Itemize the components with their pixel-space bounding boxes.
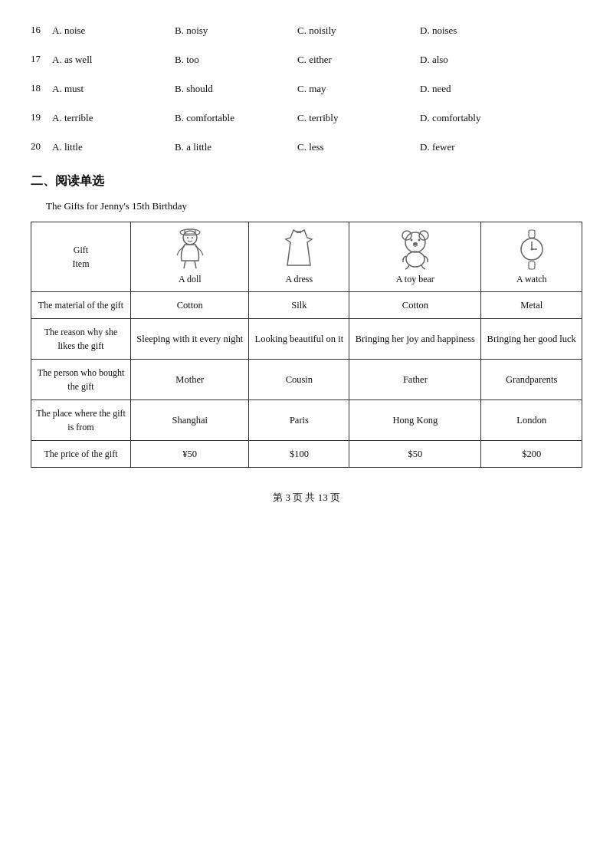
option[interactable]: C. noisily [297,23,420,38]
table-cell: $200 [481,441,582,468]
table-cell: Metal [481,292,582,319]
table-cell: Sleeping with it every night [131,319,249,360]
options-list: A. as wellB. tooC. eitherD. also [52,52,543,67]
svg-point-9 [418,239,420,242]
options-list: A. noiseB. noisyC. noisilyD. noises [52,23,543,38]
question-18: 18A. mustB. shouldC. mayD. need [31,81,582,97]
options-list: A. terribleB. comfortableC. terriblyD. c… [52,110,543,126]
question-17: 17A. as wellB. tooC. eitherD. also [31,52,582,67]
page-footer: 第 3 页 共 13 页 [31,491,582,505]
question-19: 19A. terribleB. comfortableC. terriblyD.… [31,110,582,126]
svg-point-4 [192,237,193,238]
gift-table: GiftItem [31,222,582,468]
table-row: The reason why she likes the giftSleepin… [31,319,582,360]
option[interactable]: D. fewer [420,140,543,155]
options-list: A. littleB. a littleC. lessD. fewer [52,140,543,155]
option[interactable]: B. noisy [175,23,297,38]
question-number: 20 [31,140,52,153]
table-header-label: GiftItem [31,222,131,292]
table-cell: $50 [349,441,481,468]
svg-rect-14 [529,261,535,269]
row-label: The place where the gift is from [31,400,131,441]
table-header-bear: A toy bear [349,222,481,292]
bear-label: A toy bear [396,274,434,285]
question-number: 19 [31,110,52,123]
svg-point-5 [402,231,411,240]
svg-point-1 [180,229,200,235]
question-16: 16A. noiseB. noisyC. noisilyD. noises [31,23,582,38]
question-20: 20A. littleB. a littleC. lessD. fewer [31,140,582,155]
dress-label: A dress [286,274,313,285]
option[interactable]: B. comfortable [175,110,297,126]
option[interactable]: C. either [297,52,420,67]
table-cell: Silk [249,292,349,319]
section-title: 二、阅读单选 [31,173,582,189]
table-cell: Cotton [349,292,481,319]
option[interactable]: A. noise [52,23,175,38]
svg-rect-12 [529,230,535,238]
option[interactable]: D. also [420,52,543,67]
svg-point-10 [413,242,418,245]
svg-point-17 [530,248,533,251]
row-label: The person who bought the gift [31,360,131,400]
table-row: The price of the gift¥50$100$50$200 [31,441,582,468]
option[interactable]: C. may [297,81,420,97]
table-row: The material of the giftCottonSilkCotton… [31,292,582,319]
question-number: 18 [31,81,52,94]
table-cell: Paris [249,400,349,441]
svg-point-3 [187,237,188,238]
svg-point-11 [406,252,425,267]
option[interactable]: D. comfortably [420,110,543,126]
row-label: The material of the gift [31,292,131,319]
table-cell: Bringing her good luck [481,319,582,360]
row-label: The reason why she likes the gift [31,319,131,360]
row-label: The price of the gift [31,441,131,468]
table-cell: ¥50 [131,441,249,468]
option[interactable]: A. terrible [52,110,175,126]
option[interactable]: A. as well [52,52,175,67]
table-row: The person who bought the giftMotherCous… [31,360,582,400]
option[interactable]: C. terribly [297,110,420,126]
table-cell: Grandparents [481,360,582,400]
question-number: 17 [31,52,52,65]
table-cell: Father [349,360,481,400]
doll-label: A doll [179,274,202,285]
option[interactable]: B. too [175,52,297,67]
option[interactable]: B. a little [175,140,297,155]
question-number: 16 [31,23,52,36]
table-cell: London [481,400,582,441]
table-cell: $100 [249,441,349,468]
option[interactable]: C. less [297,140,420,155]
svg-point-6 [419,231,428,240]
watch-label: A watch [516,274,547,285]
option[interactable]: A. little [52,140,175,155]
table-cell: Cotton [131,292,249,319]
option[interactable]: B. should [175,81,297,97]
table-cell: Cousin [249,360,349,400]
table-cell: Hong Kong [349,400,481,441]
table-header-dress: A dress [249,222,349,292]
table-row: The place where the gift is fromShanghai… [31,400,582,441]
table-cell: Mother [131,360,249,400]
table-cell: Looking beautiful on it [249,319,349,360]
table-cell: Shanghai [131,400,249,441]
options-list: A. mustB. shouldC. mayD. need [52,81,543,97]
table-header-doll: A doll [131,222,249,292]
option[interactable]: D. noises [420,23,543,38]
option[interactable]: A. must [52,81,175,97]
svg-point-8 [410,239,412,242]
option[interactable]: D. need [420,81,543,97]
table-header-watch: A watch [481,222,582,292]
table-cell: Bringing her joy and happiness [349,319,481,360]
reading-title: The Gifts for Jenny's 15th Birthday [31,200,582,212]
